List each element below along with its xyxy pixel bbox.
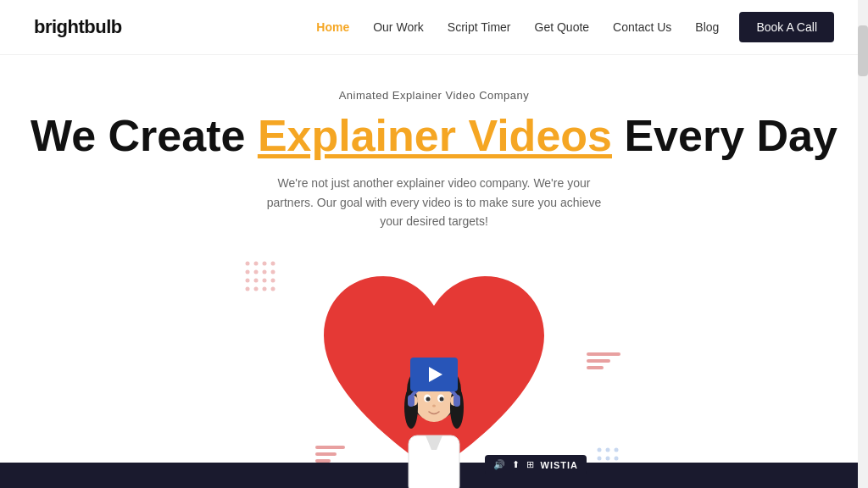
svg-point-13 — [254, 287, 259, 291]
dot-decoration-topleft — [243, 259, 294, 302]
book-call-button[interactable]: Book A Call — [739, 12, 834, 42]
hero-title: We Create Explainer Videos Every Day — [17, 112, 851, 160]
nav-our-work[interactable]: Our Work — [373, 20, 424, 34]
svg-point-11 — [271, 279, 275, 283]
volume-icon: 🔊 — [493, 459, 505, 470]
svg-point-6 — [263, 270, 267, 274]
svg-point-28 — [432, 405, 436, 408]
hero-title-highlight: Explainer Videos — [258, 111, 612, 160]
speed-lines-right — [587, 352, 620, 369]
play-button[interactable] — [410, 358, 458, 391]
svg-point-35 — [606, 457, 610, 461]
svg-point-9 — [254, 279, 259, 283]
nav-links: Home Our Work Script Timer Get Quote Con… — [316, 20, 719, 34]
nav-contact-us[interactable]: Contact Us — [613, 20, 671, 34]
svg-point-32 — [606, 448, 610, 452]
svg-point-34 — [598, 457, 602, 461]
hero-title-after: Every Day — [612, 111, 837, 160]
svg-point-8 — [246, 279, 250, 283]
svg-point-31 — [598, 448, 602, 452]
nav-get-quote[interactable]: Get Quote — [535, 20, 590, 34]
nav-script-timer[interactable]: Script Timer — [448, 20, 511, 34]
scrollbar-track — [858, 0, 868, 488]
svg-point-2 — [263, 262, 267, 266]
svg-point-36 — [615, 457, 619, 461]
svg-point-5 — [254, 270, 259, 274]
scrollbar-thumb[interactable] — [858, 25, 868, 76]
svg-point-1 — [254, 262, 259, 266]
svg-point-10 — [263, 279, 267, 283]
svg-point-14 — [263, 287, 267, 291]
navbar: brightbulb Home Our Work Script Timer Ge… — [0, 0, 868, 55]
expand-icon: ⊞ — [526, 459, 534, 470]
hero-section: Animated Explainer Video Company We Crea… — [0, 55, 868, 488]
svg-point-7 — [271, 270, 275, 274]
video-container: 🔊 ⬆ ⊞ WISTIA — [290, 251, 578, 488]
nav-home[interactable]: Home — [316, 20, 349, 34]
play-icon — [429, 367, 442, 382]
svg-point-0 — [246, 262, 250, 266]
svg-point-4 — [246, 270, 250, 274]
svg-point-27 — [440, 397, 444, 402]
hero-description: We're not just another explainer video c… — [256, 174, 612, 230]
brand-logo: brightbulb — [34, 16, 122, 38]
svg-point-33 — [615, 448, 619, 452]
share-icon: ⬆ — [512, 459, 520, 470]
wistia-logo: WISTIA — [541, 460, 579, 470]
svg-point-15 — [271, 287, 275, 291]
hero-subtitle: Animated Explainer Video Company — [17, 89, 851, 102]
svg-point-3 — [271, 262, 275, 266]
wistia-toolbar: 🔊 ⬆ ⊞ WISTIA — [485, 455, 587, 474]
speed-lines-bottom — [315, 446, 345, 463]
svg-point-12 — [246, 287, 250, 291]
svg-rect-29 — [408, 395, 415, 407]
nav-blog[interactable]: Blog — [695, 20, 719, 34]
hero-title-before: We Create — [31, 111, 258, 160]
svg-point-26 — [426, 397, 431, 402]
svg-rect-30 — [453, 395, 460, 407]
heart-illustration: 🔊 ⬆ ⊞ WISTIA — [290, 251, 578, 488]
